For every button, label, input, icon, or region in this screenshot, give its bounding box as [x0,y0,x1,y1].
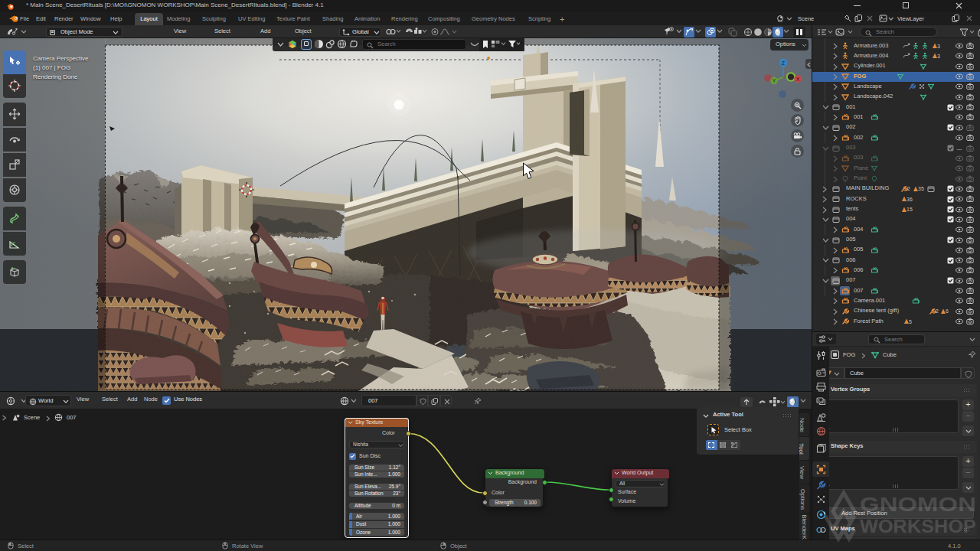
svg-text:Z: Z [782,60,786,66]
svg-text:Y: Y [773,78,776,83]
svg-text:X: X [796,77,800,82]
